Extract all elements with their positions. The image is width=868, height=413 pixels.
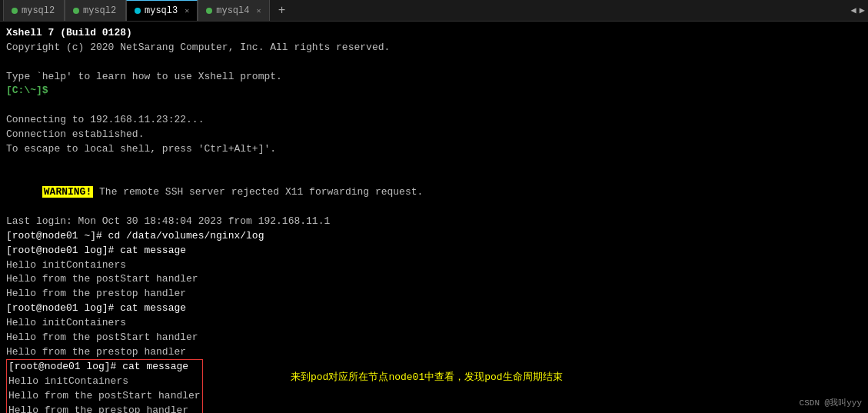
out1-2: Hello from the postStart handler — [6, 272, 862, 287]
out2-1: Hello initContainers — [6, 316, 862, 331]
cmd2: [root@node01 log]# cat message — [6, 244, 862, 258]
warning-text: The remote SSH server rejected X11 forwa… — [93, 186, 423, 198]
tab-mysql4[interactable]: mysql4 ✕ — [198, 0, 269, 21]
tab-label-2: mysql2 — [83, 5, 116, 16]
header-line4: Type `help' to learn how to use Xshell p… — [6, 70, 862, 85]
last-login: Last login: Mon Oct 30 18:48:04 2023 fro… — [6, 215, 862, 229]
tab-close-3[interactable]: ✕ — [185, 6, 189, 15]
tab-nav-right-arrow[interactable]: ▶ — [860, 5, 865, 16]
cmd1: [root@node01 ~]# cd /data/volumes/nginx/… — [6, 229, 862, 244]
tab-dot-4 — [206, 8, 212, 14]
out1-3: Hello from the prestop handler — [6, 287, 862, 301]
tab-nav-left-arrow[interactable]: ◀ — [851, 5, 856, 16]
tab-mysql3[interactable]: mysql3 ✕ — [126, 0, 198, 21]
out2-2: Hello from the postStart handler — [6, 331, 862, 345]
tab-mysql2-1[interactable]: mysql2 — [3, 0, 65, 21]
cmd3: [root@node01 log]# cat message — [6, 301, 862, 316]
tab-label-1: mysql2 — [22, 5, 55, 16]
warning-line: WARNING! The remote SSH server rejected … — [6, 171, 862, 215]
tab-label-3: mysql3 — [145, 5, 178, 16]
tab-mysql2-2[interactable]: mysql2 — [65, 0, 126, 21]
tab-nav-arrows: ◀ ▶ — [851, 5, 865, 16]
out2-3: Hello from the prestop handler — [6, 345, 862, 360]
prompt-local: [C:\~]$ — [6, 84, 862, 98]
tab-label-4: mysql4 — [216, 5, 249, 16]
connect-line2: Connection established. — [6, 128, 862, 142]
csdn-badge: CSDN @我叫yyy — [800, 397, 862, 408]
annotation-text: 来到pod对应所在节点node01中查看，发现pod生命周期结束 — [291, 370, 563, 384]
tab-dot-3 — [135, 8, 141, 14]
connect-line3: To escape to local shell, press 'Ctrl+Al… — [6, 142, 862, 157]
terminal-content: Xshell 7 (Build 0128) Copyright (c) 2020… — [6, 26, 862, 413]
red-border-box: [root@node01 log]# cat message Hello ini… — [6, 359, 203, 413]
blank3 — [6, 157, 862, 172]
out3-3: Hello from the prestop handler — [8, 404, 201, 413]
warning-badge: WARNING! — [42, 186, 93, 198]
blank1 — [6, 55, 862, 70]
header-line1: Xshell 7 (Build 0128) — [6, 26, 862, 41]
tab-dot-1 — [12, 8, 18, 14]
blank2 — [6, 98, 862, 113]
tab-add-button[interactable]: + — [273, 2, 291, 20]
out1-1: Hello initContainers — [6, 258, 862, 273]
out3-2: Hello from the postStart handler — [8, 389, 201, 404]
header-line2: Copyright (c) 2020 NetSarang Computer, I… — [6, 41, 862, 55]
connect-line1: Connecting to 192.168.11.23:22... — [6, 113, 862, 128]
tab-close-4[interactable]: ✕ — [256, 6, 261, 15]
terminal-area[interactable]: Xshell 7 (Build 0128) Copyright (c) 2020… — [0, 22, 868, 413]
tab-dot-2 — [73, 8, 79, 14]
out3-1: Hello initContainers — [8, 375, 201, 389]
boxed-region: [root@node01 log]# cat message Hello ini… — [6, 359, 862, 413]
tab-bar: mysql2 mysql2 mysql3 ✕ mysql4 ✕ + ◀ ▶ — [0, 0, 868, 22]
cmd4-boxed: [root@node01 log]# cat message — [8, 360, 201, 375]
